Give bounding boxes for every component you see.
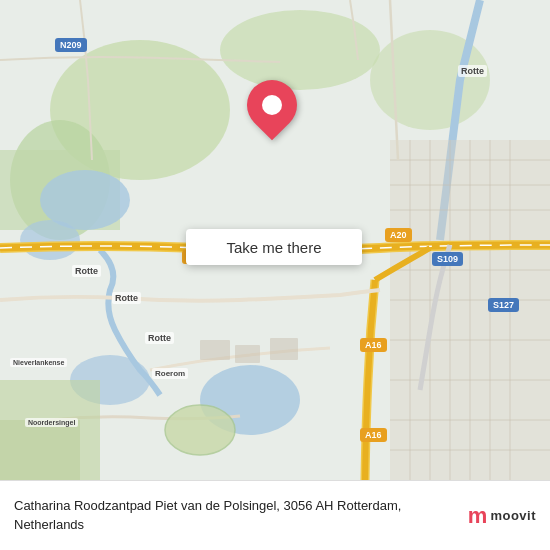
bottom-bar: Catharina Roodzantpad Piet van de Polsin… [0,480,550,550]
moovit-text: moovit [490,508,536,523]
svg-rect-28 [270,338,298,360]
moovit-logo: m moovit [468,503,536,529]
address-text: Catharina Roodzantpad Piet van de Polsin… [14,497,458,533]
svg-point-29 [165,405,235,455]
pin-inner [262,95,282,115]
svg-rect-31 [0,420,80,480]
svg-rect-27 [235,345,260,363]
location-pin [247,80,297,130]
svg-point-7 [20,220,80,260]
moovit-m-icon: m [468,503,488,529]
pin-circle [237,70,308,141]
map-container: N209 A20 A20 A16 A16 S109 S127 Rotte Rot… [0,0,550,480]
take-me-there-button[interactable]: Take me there [186,229,362,265]
svg-rect-26 [200,340,230,360]
